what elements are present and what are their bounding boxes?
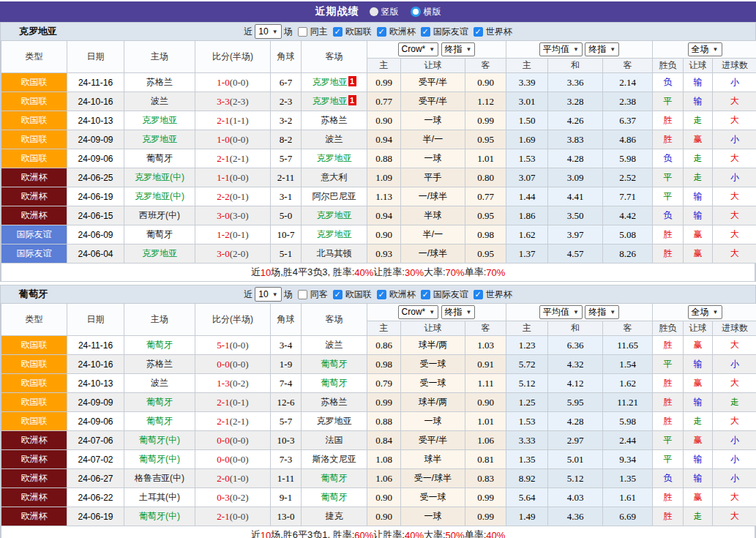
fulltime-select[interactable]: 全场▼ xyxy=(688,305,722,319)
away-team-name: 克罗地亚 xyxy=(317,153,352,163)
score: 2-1(2-1) xyxy=(195,412,271,431)
avg-group-header: 平均值▼ 终指▼ xyxy=(506,41,653,59)
odds-home: 0.77 xyxy=(367,92,401,111)
comp-checkbox-euro[interactable]: ✓ xyxy=(377,27,386,37)
competition-type: 欧国联 xyxy=(1,149,67,168)
avg-home: 1.69 xyxy=(506,130,548,149)
avg-home: 3.01 xyxy=(506,92,548,111)
comp-checkbox-worldcup[interactable]: ✓ xyxy=(474,27,483,37)
chevron-down-icon: ▼ xyxy=(466,309,472,315)
fulltime-score: 2-1 xyxy=(217,397,229,408)
result-goals: 小 xyxy=(713,469,756,488)
same-venue-checkbox[interactable] xyxy=(298,27,307,37)
home-team-name: 葡萄牙 xyxy=(146,397,173,407)
score: 2-1(1-1) xyxy=(195,111,271,130)
comp-checkbox-worldcup[interactable]: ✓ xyxy=(474,290,483,299)
competition-type: 欧洲杯 xyxy=(1,206,67,225)
away-team: 葡萄牙 xyxy=(302,374,367,393)
corner-kicks: 2-3 xyxy=(271,92,302,111)
odds-away: 0.83 xyxy=(465,469,506,488)
odds-stage-select[interactable]: 终指▼ xyxy=(441,42,476,56)
same-venue-label: 同主 xyxy=(310,26,328,38)
halftime-score: (0-2) xyxy=(230,378,249,389)
home-team: 土耳其(中) xyxy=(124,488,195,507)
result-outcome: 平 xyxy=(653,187,684,206)
radio-icon[interactable] xyxy=(370,7,378,16)
result-goals: 大 xyxy=(713,336,756,355)
away-team: 捷克 xyxy=(302,507,367,526)
fulltime-score: 1-3 xyxy=(217,378,229,389)
away-team-name: 波兰 xyxy=(326,340,343,350)
away-team: 克罗地亚1 xyxy=(302,92,367,111)
halftime-score: (0-0) xyxy=(230,435,249,446)
radio-icon[interactable] xyxy=(411,7,421,17)
fulltime-score: 1-1 xyxy=(217,172,229,183)
comp-label-worldcup: 世界杯 xyxy=(486,26,512,38)
away-team: 葡萄牙 xyxy=(302,469,367,488)
competition-type: 欧洲杯 xyxy=(1,187,67,206)
home-team: 葡萄牙 xyxy=(124,149,195,168)
score: 2-2(0-1) xyxy=(195,187,271,206)
score: 0-0(0-0) xyxy=(195,450,271,469)
bookmaker-select[interactable]: Crow*▼ xyxy=(398,42,439,56)
result-outcome: 负 xyxy=(653,206,684,225)
average-select[interactable]: 平均值▼ xyxy=(539,305,583,319)
bookmaker-select[interactable]: Crow*▼ xyxy=(398,305,439,319)
col-avg-home: 主 xyxy=(506,59,548,73)
avg-away: 6.69 xyxy=(603,507,653,526)
match-date: 24-06-09 xyxy=(67,225,124,244)
comp-checkbox-friendly[interactable]: ✓ xyxy=(421,27,430,37)
comp-checkbox-nations-league[interactable]: ✓ xyxy=(333,290,343,299)
home-team: 葡萄牙 xyxy=(124,225,195,244)
vertical-layout-option[interactable]: 竖版 xyxy=(370,6,399,18)
comp-checkbox-euro[interactable]: ✓ xyxy=(377,290,386,299)
odds-home: 0.90 xyxy=(367,111,401,130)
match-date: 24-09-09 xyxy=(67,393,124,412)
match-date: 24-10-16 xyxy=(67,92,124,111)
horizontal-layout-option[interactable]: 横版 xyxy=(411,6,441,18)
odds-stage-select[interactable]: 终指▼ xyxy=(441,305,476,319)
fulltime-score: 2-2 xyxy=(217,191,229,202)
comp-checkbox-friendly[interactable]: ✓ xyxy=(421,290,430,299)
avg-away: 4.42 xyxy=(603,206,653,225)
avg-away: 2.44 xyxy=(603,431,653,450)
avg-stage-select[interactable]: 终指▼ xyxy=(585,305,619,319)
summary-segment: 场,胜4平3负3, 胜率: xyxy=(271,266,354,279)
result-handicap: 输 xyxy=(684,92,713,111)
col-type: 类型 xyxy=(1,304,67,336)
recent-count-select[interactable]: 10▼ xyxy=(255,287,281,302)
same-venue-checkbox[interactable] xyxy=(298,290,307,299)
comp-checkbox-nations-league[interactable]: ✓ xyxy=(333,27,343,37)
away-team: 克罗地亚 xyxy=(302,149,367,168)
summary-segment: 30% xyxy=(405,267,424,278)
fulltime-score: 0-3 xyxy=(217,492,229,503)
away-team: 北马其顿 xyxy=(302,244,367,264)
avg-draw: 5.95 xyxy=(548,393,603,412)
score: 3-0(2-0) xyxy=(195,244,271,264)
corner-kicks: 1-11 xyxy=(271,469,302,488)
average-select[interactable]: 平均值▼ xyxy=(539,42,583,56)
away-team-name: 葡萄牙 xyxy=(321,359,348,369)
col-odds-handicap: 让球 xyxy=(401,59,465,73)
odds-handicap: 球半 xyxy=(401,450,465,469)
home-team: 葡萄牙 xyxy=(124,393,195,412)
fulltime-select[interactable]: 全场▼ xyxy=(688,42,722,56)
avg-away: 5.98 xyxy=(603,149,653,168)
halftime-score: (0-0) xyxy=(230,134,249,145)
corner-kicks: 10-3 xyxy=(271,431,302,450)
avg-home: 5.12 xyxy=(506,374,548,393)
result-goals: 大 xyxy=(713,149,756,168)
summary-segment: 10 xyxy=(261,267,271,278)
home-team-name: 苏格兰 xyxy=(146,77,173,87)
avg-stage-select[interactable]: 终指▼ xyxy=(585,42,619,56)
avg-away: 8.26 xyxy=(603,244,653,264)
result-outcome: 负 xyxy=(653,469,684,488)
comp-label-nations-league: 欧国联 xyxy=(345,288,372,301)
recent-count-select[interactable]: 10▼ xyxy=(255,24,281,39)
avg-away: 1.61 xyxy=(603,488,653,507)
halftime-score: (0-1) xyxy=(230,397,249,408)
corner-kicks: 10-7 xyxy=(271,225,302,244)
col-result: 胜负 xyxy=(653,59,684,73)
home-team: 葡萄牙(中) xyxy=(124,507,195,526)
halftime-score: (1-0) xyxy=(230,473,249,484)
